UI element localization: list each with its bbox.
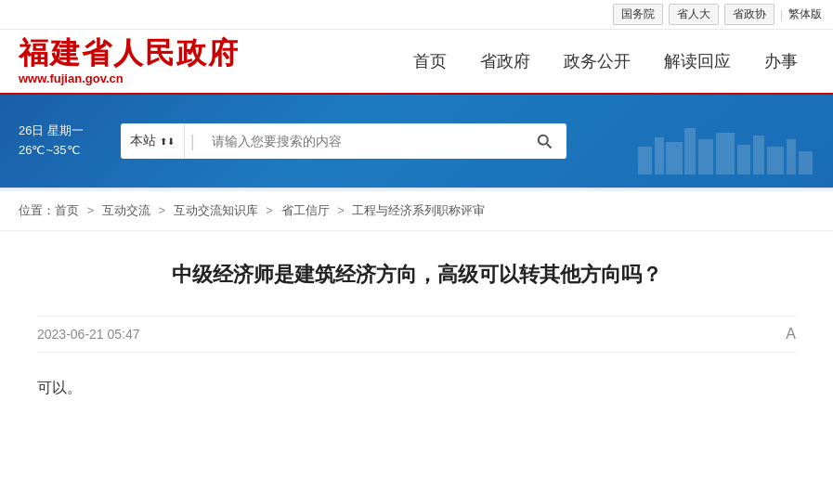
shengzhengxie-button[interactable]: 省政协 (724, 4, 774, 25)
breadcrumb-knowledge[interactable]: 互动交流知识库 (174, 203, 258, 217)
main-nav: 首页 省政府 政务公开 解读回应 办事 (397, 43, 814, 80)
header: 福建省人民政府 www.fujian.gov.cn 首页 省政府 政务公开 解读… (0, 30, 833, 95)
breadcrumb-home[interactable]: 位置：首页 (19, 203, 79, 217)
article-meta: 2023-06-21 05:47 A (37, 316, 796, 353)
search-button[interactable] (522, 123, 566, 159)
svg-rect-2 (638, 147, 652, 174)
top-bar: 国务院 省人大 省政协 | 繁体版 (0, 0, 833, 30)
svg-rect-8 (737, 145, 750, 174)
article-text: 可以。 (37, 375, 796, 402)
svg-rect-4 (666, 142, 683, 174)
font-size-icon[interactable]: A (786, 326, 796, 342)
date-line2: 26℃~35℃ (19, 141, 102, 161)
svg-rect-7 (716, 133, 735, 174)
breadcrumb: 位置：首页 > 互动交流 > 互动交流知识库 > 省工信厅 > 工程与经济系列职… (0, 191, 833, 231)
url-prefix: www. (19, 71, 49, 85)
search-input[interactable] (201, 123, 522, 159)
svg-rect-6 (698, 139, 713, 174)
svg-rect-3 (655, 137, 664, 174)
svg-rect-11 (787, 139, 796, 174)
svg-point-0 (539, 136, 548, 145)
traditional-link[interactable]: 繁体版 (788, 6, 822, 22)
nav-service[interactable]: 办事 (748, 43, 814, 80)
article-body: 可以。 (37, 375, 796, 402)
main-content: 中级经济师是建筑经济方向，高级可以转其他方向吗？ 2023-06-21 05:4… (0, 231, 833, 439)
search-scope-selector[interactable]: 本站 ⬆⬇ (121, 123, 185, 159)
svg-rect-12 (799, 151, 813, 174)
nav-affairs[interactable]: 政务公开 (547, 43, 647, 80)
url-brand: fujian (49, 71, 82, 85)
article-title: 中级经济师是建筑经济方向，高级可以转其他方向吗？ (37, 259, 796, 290)
search-icon (535, 132, 553, 150)
scope-chevron-icon: ⬆⬇ (160, 136, 175, 147)
svg-rect-5 (684, 128, 696, 174)
breadcrumb-interactive[interactable]: 互动交流 (102, 203, 150, 217)
logo-area: 福建省人民政府 www.fujian.gov.cn (19, 37, 240, 85)
nav-government[interactable]: 省政府 (463, 43, 547, 80)
url-suffix: .gov.cn (82, 71, 124, 85)
date-area: 26日 星期一 26℃~35℃ (19, 122, 102, 161)
date-line1: 26日 星期一 (19, 122, 102, 141)
svg-rect-10 (767, 147, 784, 174)
guowuyuan-button[interactable]: 国务院 (613, 4, 663, 25)
svg-line-1 (547, 144, 552, 149)
breadcrumb-dept[interactable]: 省工信厅 (281, 203, 330, 217)
divider: | (780, 8, 783, 21)
shengrendabutton[interactable]: 省人大 (669, 4, 719, 25)
site-url: www.fujian.gov.cn (19, 71, 240, 85)
site-title[interactable]: 福建省人民政府 (19, 37, 240, 70)
header-image-area (585, 108, 814, 174)
breadcrumb-current: 工程与经济系列职称评审 (352, 203, 485, 217)
search-divider: | (185, 123, 201, 159)
svg-rect-9 (753, 136, 764, 174)
nav-response[interactable]: 解读回应 (647, 43, 748, 80)
search-bar: 26日 星期一 26℃~35℃ 本站 ⬆⬇ | (0, 95, 833, 187)
article-date: 2023-06-21 05:47 (37, 327, 140, 342)
city-silhouette (629, 119, 814, 174)
search-box: 本站 ⬆⬇ | (121, 123, 566, 159)
scope-label: 本站 (130, 133, 156, 149)
nav-home[interactable]: 首页 (397, 43, 463, 80)
